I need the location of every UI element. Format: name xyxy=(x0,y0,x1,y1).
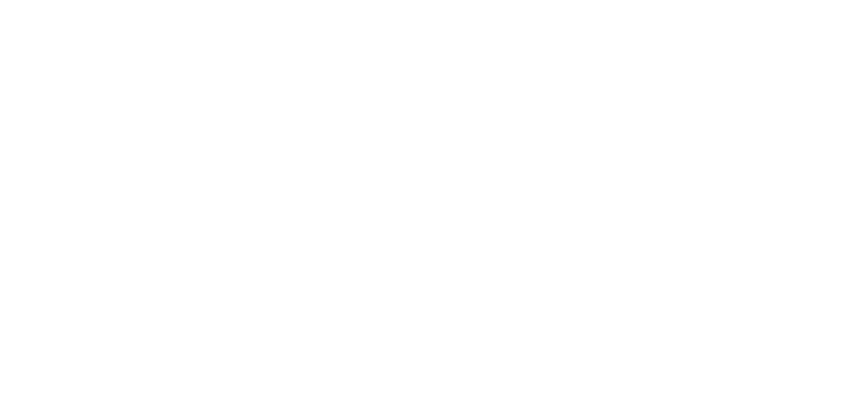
price-volume-chart xyxy=(0,0,868,420)
